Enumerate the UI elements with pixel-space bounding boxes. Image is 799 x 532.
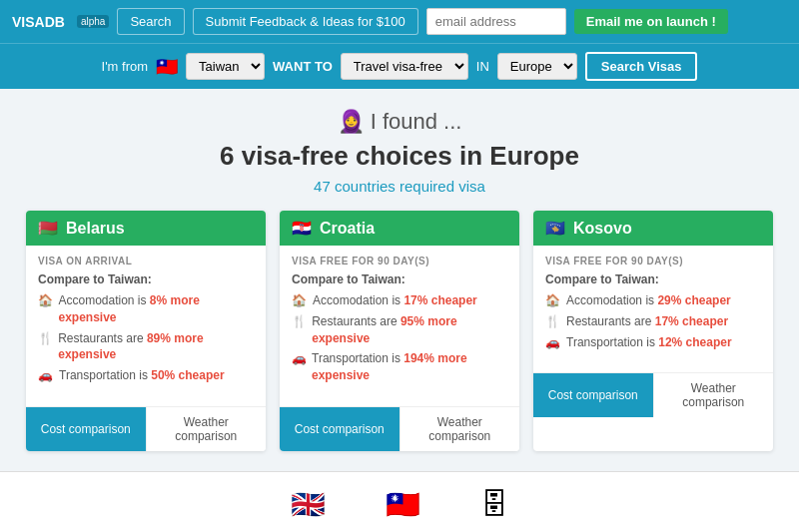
compare-item-icon: 🚗 xyxy=(292,350,306,367)
email-launch-button[interactable]: Email me on launch ! xyxy=(574,9,728,34)
weather-comparison-button[interactable]: Weather comparison xyxy=(146,407,267,451)
comparison-flag-0: 🇬🇧 xyxy=(291,488,326,521)
compare-item-text: Accomodation is 17% cheaper xyxy=(313,292,477,309)
search-visas-button[interactable]: Search Visas xyxy=(585,52,698,81)
compare-item: 🚗Transportation is 194% more expensive xyxy=(292,350,507,384)
compare-item: 🚗Transportation is 12% cheaper xyxy=(545,334,761,351)
travel-type-select[interactable]: Travel visa-free xyxy=(341,53,468,80)
found-text: 🧕 I found ... xyxy=(20,109,779,135)
flag-icon: 🇽🇰 xyxy=(545,219,565,238)
required-visa-link[interactable]: 47 countries required visa xyxy=(20,178,779,195)
cards-row: 🇧🇾BelarusVISA ON ARRIVALCompare to Taiwa… xyxy=(20,211,779,451)
compare-item-icon: 🍴 xyxy=(38,330,52,347)
weather-comparison-button[interactable]: Weather comparison xyxy=(400,407,520,451)
compare-item-text: Restaurants are 17% cheaper xyxy=(566,313,728,330)
compare-item-icon: 🏠 xyxy=(292,292,307,309)
card-footer: Cost comparisonWeather comparison xyxy=(280,406,519,451)
country-name: Kosovo xyxy=(573,220,632,238)
compare-item-icon: 🚗 xyxy=(545,334,560,351)
header: VISADB alpha Search Submit Feedback & Id… xyxy=(0,0,799,43)
compare-item-icon: 🏠 xyxy=(38,292,52,309)
card-body: VISA FREE FOR 90 Day(s)Compare to Taiwan… xyxy=(280,246,519,398)
compare-item: 🏠Accomodation is 29% cheaper xyxy=(545,292,761,309)
in-label: IN xyxy=(476,59,489,74)
weather-comparison-button[interactable]: Weather comparison xyxy=(653,373,774,417)
comparison-flag-1: 🇹🇼 xyxy=(386,488,420,521)
compare-item-icon: 🏠 xyxy=(545,292,560,309)
email-input[interactable] xyxy=(426,8,566,35)
alpha-badge: alpha xyxy=(77,15,109,28)
card-header: 🇽🇰Kosovo xyxy=(533,211,773,246)
card-footer: Cost comparisonWeather comparison xyxy=(26,406,266,451)
compare-item-text: Accomodation is 29% cheaper xyxy=(566,292,731,309)
card-header: 🇭🇷Croatia xyxy=(280,211,519,246)
country-name: Belarus xyxy=(66,220,125,238)
cost-comparison-button[interactable]: Cost comparison xyxy=(280,407,400,451)
compare-item-icon: 🚗 xyxy=(38,367,53,384)
avatar-emoji: 🧕 xyxy=(338,109,365,134)
compare-item-icon: 🍴 xyxy=(292,313,306,330)
card-body: VISA ON ARRIVALCompare to Taiwan:🏠Accomo… xyxy=(26,246,266,398)
compare-label: Compare to Taiwan: xyxy=(545,272,761,286)
compare-item-text: Transportation is 12% cheaper xyxy=(566,334,732,351)
visa-type: VISA ON ARRIVAL xyxy=(38,256,254,266)
feedback-button[interactable]: Submit Feedback & Ideas for $100 xyxy=(193,8,418,35)
country-card-croatia: 🇭🇷CroatiaVISA FREE FOR 90 Day(s)Compare … xyxy=(280,211,519,451)
compare-item: 🚗Transportation is 50% cheaper xyxy=(38,367,254,384)
highlight-value: 17% cheaper xyxy=(403,293,476,307)
from-country-select[interactable]: Taiwan xyxy=(186,53,265,80)
main-content: 🧕 I found ... 6 visa-free choices in Eur… xyxy=(0,89,799,471)
compare-item: 🍴Restaurants are 89% more expensive xyxy=(38,330,254,364)
compare-item-text: Restaurants are 89% more expensive xyxy=(58,330,254,364)
region-select[interactable]: Europe xyxy=(497,53,577,80)
comparison-flags-row: 🇬🇧🇹🇼🗄 xyxy=(20,488,779,521)
highlight-value: 12% cheaper xyxy=(658,335,731,349)
from-label: I'm from xyxy=(102,59,149,74)
cost-comparison-button[interactable]: Cost comparison xyxy=(533,373,653,417)
cost-comparison-button[interactable]: Cost comparison xyxy=(26,407,146,451)
country-card-belarus: 🇧🇾BelarusVISA ON ARRIVALCompare to Taiwa… xyxy=(26,211,266,451)
compare-item: 🏠Accomodation is 17% cheaper xyxy=(292,292,507,309)
highlight-value: 95% more expensive xyxy=(312,314,456,345)
comparison-section: 🇬🇧🇹🇼🗄 Restaurant Meal at inexpensive res… xyxy=(0,471,799,532)
compare-item-text: Accomodation is 8% more expensive xyxy=(58,292,254,326)
highlight-value: 89% more expensive xyxy=(58,331,203,362)
compare-item: 🍴Restaurants are 17% cheaper xyxy=(545,313,761,330)
compare-item-icon: 🍴 xyxy=(545,313,560,330)
flag-icon: 🇧🇾 xyxy=(38,219,58,238)
logo: VISADB xyxy=(12,14,65,30)
highlight-value: 8% more expensive xyxy=(58,293,199,324)
highlight-value: 194% more expensive xyxy=(312,351,467,382)
compare-item: 🏠Accomodation is 8% more expensive xyxy=(38,292,254,326)
subheader: I'm from 🇹🇼 Taiwan WANT TO Travel visa-f… xyxy=(0,43,799,89)
card-header: 🇧🇾Belarus xyxy=(26,211,266,246)
header-search-button[interactable]: Search xyxy=(117,8,184,35)
card-footer: Cost comparisonWeather comparison xyxy=(533,372,773,417)
compare-item: 🍴Restaurants are 95% more expensive xyxy=(292,313,507,347)
compare-label: Compare to Taiwan: xyxy=(292,272,507,286)
compare-label: Compare to Taiwan: xyxy=(38,272,254,286)
highlight-value: 17% cheaper xyxy=(655,314,728,328)
country-card-kosovo: 🇽🇰KosovoVISA FREE FOR 90 Day(s)Compare t… xyxy=(533,211,773,451)
visa-type: VISA FREE FOR 90 Day(s) xyxy=(292,256,507,266)
compare-item-text: Restaurants are 95% more expensive xyxy=(312,313,507,347)
highlight-value: 29% cheaper xyxy=(657,293,730,307)
comparison-flag-2: 🗄 xyxy=(480,488,508,521)
taiwan-flag: 🇹🇼 xyxy=(156,56,178,78)
card-body: VISA FREE FOR 90 Day(s)Compare to Taiwan… xyxy=(533,246,773,364)
flag-icon: 🇭🇷 xyxy=(292,219,312,238)
compare-item-text: Transportation is 50% cheaper xyxy=(59,367,225,384)
want-label: WANT TO xyxy=(273,59,333,74)
highlight-value: 50% cheaper xyxy=(151,368,224,382)
choices-title: 6 visa-free choices in Europe xyxy=(20,141,779,172)
visa-type: VISA FREE FOR 90 Day(s) xyxy=(545,256,761,266)
country-name: Croatia xyxy=(320,220,375,238)
compare-item-text: Transportation is 194% more expensive xyxy=(312,350,507,384)
